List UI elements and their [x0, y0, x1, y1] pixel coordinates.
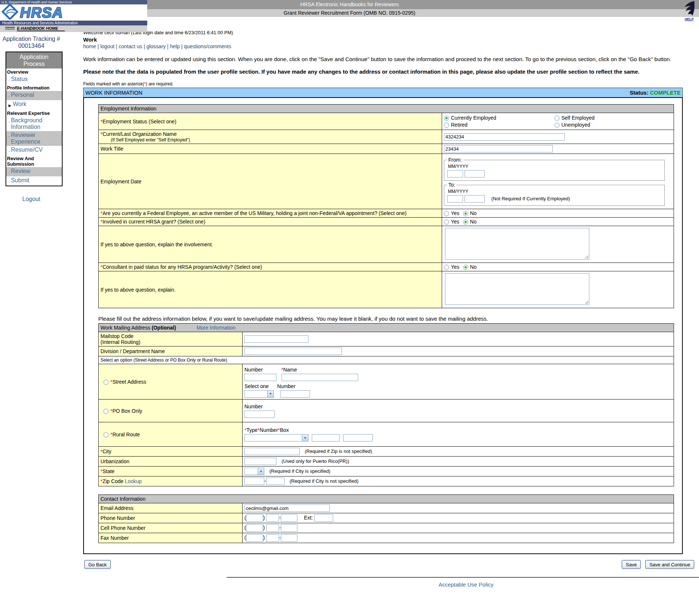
nav-glossary-link[interactable]: glossary: [146, 43, 166, 49]
phone-prefix-input[interactable]: [266, 514, 279, 522]
rural-type-select[interactable]: [244, 434, 308, 441]
street-direction-label: Select one: [244, 383, 277, 389]
involvement-explain-label: If yes to above question, explain the in…: [99, 226, 442, 263]
radio-icon[interactable]: [554, 123, 559, 128]
radio-federal-yes[interactable]: Yes: [444, 210, 459, 216]
fax-area-input[interactable]: [246, 534, 263, 542]
help-link[interactable]: HELP: [682, 17, 696, 21]
to-year-input[interactable]: [465, 195, 485, 203]
nav-separator: |: [98, 43, 99, 49]
involvement-explain-textarea[interactable]: [445, 228, 589, 260]
phone-ext-input[interactable]: [314, 514, 333, 522]
top-nav: home|logout|contact us|glossary|help|que…: [83, 43, 699, 49]
street-address-option[interactable]: *Street Address: [99, 364, 243, 399]
from-year-input[interactable]: [465, 170, 485, 177]
rural-route-option[interactable]: *Rural Route: [99, 422, 243, 447]
zip-plus4-input[interactable]: [266, 478, 285, 485]
to-month-input[interactable]: [447, 195, 463, 203]
cell-area-input[interactable]: [246, 524, 263, 532]
radio-icon[interactable]: [463, 219, 468, 225]
street-number-input[interactable]: [244, 374, 276, 381]
fax-prefix-input[interactable]: [266, 534, 279, 542]
radio-grant-no[interactable]: No: [463, 219, 477, 225]
email-address-input[interactable]: [244, 504, 330, 512]
radio-federal-no[interactable]: No: [463, 210, 477, 216]
federal-employee-radio-group: Yes No: [444, 210, 672, 216]
division-name-input[interactable]: [244, 348, 342, 355]
sidebar-item-status[interactable]: -Status: [6, 75, 62, 84]
radio-icon[interactable]: [103, 409, 109, 414]
radio-icon[interactable]: [463, 265, 468, 270]
radio-retired[interactable]: Retired: [444, 122, 554, 128]
street-name-input[interactable]: [282, 374, 358, 381]
work-information-panel: Employment Information *Employment Statu…: [83, 97, 683, 554]
radio-consultant-yes[interactable]: Yes: [444, 264, 459, 270]
resize-grip-icon: [585, 300, 588, 304]
radio-icon[interactable]: [444, 116, 449, 121]
application-process-title: Application Process: [6, 52, 62, 68]
radio-icon[interactable]: [103, 380, 109, 385]
radio-icon[interactable]: [554, 116, 559, 121]
radio-currently-employed[interactable]: Currently Employed: [444, 115, 554, 121]
tree-dash-icon: -: [8, 169, 10, 176]
current-item-arrow-icon: [8, 102, 11, 109]
sidebar-logout-link[interactable]: Logout: [22, 196, 40, 202]
admin-title: Health Resources and Services Administra…: [0, 21, 147, 25]
consultant-explain-textarea[interactable]: [445, 273, 589, 305]
consultant-explain-label: If yes to above question, explain.: [99, 271, 442, 308]
phone-line-input[interactable]: [281, 514, 297, 522]
zip-lookup-link[interactable]: Lookup: [125, 478, 142, 484]
radio-icon[interactable]: [444, 219, 449, 225]
save-button[interactable]: Save: [622, 560, 641, 569]
street-direction-select[interactable]: [244, 390, 274, 398]
radio-icon[interactable]: [444, 211, 449, 216]
sidebar-heading-relevant-expertise: Relevant Expertise: [6, 110, 62, 116]
work-title-input[interactable]: [444, 145, 553, 152]
sidebar-item-resume-cv[interactable]: -Resume/CV: [6, 146, 62, 155]
po-box-option[interactable]: *PO Box Only: [99, 399, 243, 422]
sidebar-item-work[interactable]: Work: [6, 100, 62, 110]
zip-code-input[interactable]: [244, 478, 264, 485]
cell-line-input[interactable]: [281, 524, 297, 532]
more-information-link[interactable]: More Information: [197, 325, 236, 331]
nav-help-link[interactable]: help: [170, 43, 180, 49]
po-box-number-input[interactable]: [244, 411, 275, 418]
radio-consultant-no[interactable]: No: [463, 264, 477, 270]
acceptable-use-policy-link[interactable]: Acceptable Use Policy: [438, 581, 493, 588]
rural-number-input[interactable]: [312, 434, 340, 441]
sidebar-item-review[interactable]: -Review: [6, 167, 62, 176]
sidebar-item-personal[interactable]: -Personal: [6, 91, 62, 100]
nav-contact-us-link[interactable]: contact us: [119, 43, 142, 49]
sidebar-item-submit[interactable]: -Submit: [6, 176, 62, 186]
radio-icon[interactable]: [444, 265, 449, 270]
cell-prefix-input[interactable]: [266, 524, 279, 532]
to-date-note: (Not Required If Currently Employed): [491, 196, 570, 201]
go-back-button[interactable]: Go Back: [84, 560, 111, 569]
mailstop-code-input[interactable]: [244, 335, 308, 343]
city-input[interactable]: [244, 448, 300, 455]
save-and-continue-button[interactable]: Save and Continue: [645, 560, 694, 569]
radio-self-employed[interactable]: Self Employed: [554, 115, 672, 121]
organization-name-input[interactable]: [444, 133, 565, 141]
nav-home-link[interactable]: home: [83, 43, 96, 49]
sidebar-item-background-information[interactable]: -Background Information: [6, 116, 62, 131]
radio-grant-yes[interactable]: Yes: [444, 219, 459, 225]
profile-note-paragraph: Please note that the data is populated f…: [83, 68, 687, 75]
employment-date-label: Employment Date: [99, 154, 442, 209]
phone-area-input[interactable]: [246, 514, 263, 522]
street-number2-input[interactable]: [280, 390, 310, 398]
urbanization-input[interactable]: [244, 458, 276, 465]
radio-unemployed[interactable]: Unemployed: [554, 122, 672, 128]
state-select[interactable]: [244, 468, 264, 475]
rural-box-input[interactable]: [343, 434, 373, 441]
nav-separator: |: [116, 43, 117, 49]
nav-logout-link[interactable]: logout: [100, 43, 114, 49]
from-month-input[interactable]: [447, 170, 463, 177]
radio-icon[interactable]: [463, 211, 468, 216]
radio-icon[interactable]: [103, 432, 109, 437]
ehandbook-home-link[interactable]: E-HANDBOOK HOME: [17, 26, 65, 31]
fax-line-input[interactable]: [281, 534, 297, 542]
nav-questions-comments-link[interactable]: questions/comments: [184, 43, 231, 49]
radio-icon[interactable]: [444, 123, 449, 128]
sidebar-item-reviewer-experience[interactable]: -Reviewer Experience: [6, 131, 62, 146]
